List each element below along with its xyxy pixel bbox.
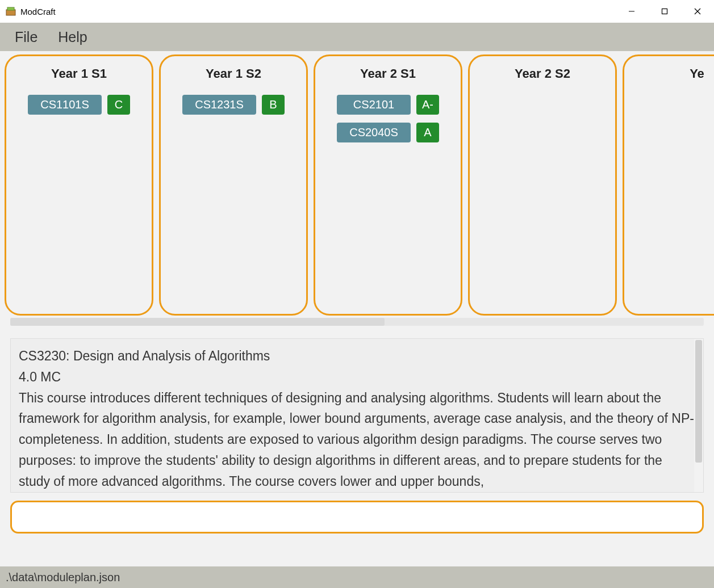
grade-chip: A- [416,95,439,115]
menu-help[interactable]: Help [48,26,97,49]
scrollbar-thumb[interactable] [10,318,385,326]
close-button[interactable] [681,0,714,23]
module-chip[interactable]: CS1231S [182,95,256,115]
titlebar-left: ModCraft [6,6,56,16]
semester-card-partial: Ye [623,54,714,316]
semester-card: Year 2 S2 [468,54,617,316]
output-line-title: CS3230: Design and Analysis of Algorithm… [19,346,695,367]
semester-title: Year 2 S2 [515,66,570,81]
svg-rect-1 [7,7,14,10]
menu-bar: File Help [0,23,714,51]
status-bar: .\data\moduleplan.json [0,566,714,588]
app-icon [6,6,16,16]
semester-card: Year 2 S1 CS2101 A- CS2040S A [314,54,462,316]
vertical-scrollbar[interactable] [694,339,703,492]
module-chip[interactable]: CS2101 [337,95,411,115]
grade-chip: A [416,123,439,142]
module-row: CS1101S C [12,95,146,115]
window-title: ModCraft [20,7,56,16]
window-controls [615,0,714,23]
semesters-row[interactable]: Year 1 S1 CS1101S C Year 1 S2 CS1231S B … [0,54,714,316]
grade-chip: C [107,95,130,115]
command-input[interactable] [10,501,704,534]
module-chip[interactable]: CS2040S [337,123,411,142]
semester-title: Ye [690,66,704,81]
module-row: CS2040S A [321,123,455,142]
output-line-credits: 4.0 MC [19,367,695,388]
module-chip[interactable]: CS1101S [28,95,102,115]
semesters-container: Year 1 S1 CS1101S C Year 1 S2 CS1231S B … [0,51,714,326]
output-panel: CS3230: Design and Analysis of Algorithm… [10,338,704,493]
minimize-button[interactable] [615,0,648,23]
semester-title: Year 2 S1 [360,66,416,81]
svg-rect-3 [662,9,667,14]
semester-card: Year 1 S1 CS1101S C [5,54,153,316]
status-path: .\data\moduleplan.json [6,571,120,584]
grade-chip: B [262,95,285,115]
menu-file[interactable]: File [5,26,48,49]
output-body: This course introduces different techniq… [19,388,695,492]
scrollbar-thumb[interactable] [695,340,702,463]
maximize-button[interactable] [648,0,681,23]
module-row: CS1231S B [166,95,300,115]
window-titlebar: ModCraft [0,0,714,23]
semester-card: Year 1 S2 CS1231S B [159,54,308,316]
horizontal-scrollbar[interactable] [10,318,704,326]
semester-title: Year 1 S2 [206,66,261,81]
semester-title: Year 1 S1 [51,66,107,81]
command-input-container [10,501,704,534]
module-row: CS2101 A- [321,95,455,115]
